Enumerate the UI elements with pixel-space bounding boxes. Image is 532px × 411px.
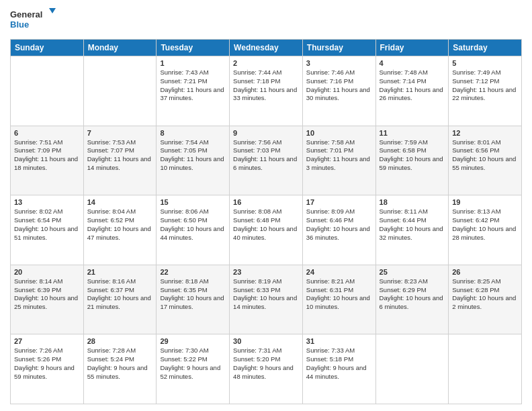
weekday-header-friday: Friday [375,40,449,56]
header: General Blue [10,7,522,34]
day-number: 3 [306,59,372,67]
day-info: Sunrise: 7:46 AMSunset: 7:16 PMDaylight:… [306,68,372,103]
calendar-cell: 8Sunrise: 7:54 AMSunset: 7:05 PMDaylight… [157,126,230,195]
day-number: 10 [306,129,372,137]
logo: General Blue [10,7,57,34]
day-info: Sunrise: 8:14 AMSunset: 6:39 PMDaylight:… [14,277,80,312]
day-info: Sunrise: 8:11 AMSunset: 6:44 PMDaylight:… [380,208,445,242]
weekday-header-thursday: Thursday [302,40,375,56]
day-info: Sunrise: 8:21 AMSunset: 6:31 PMDaylight:… [306,277,372,312]
day-number: 13 [14,198,80,206]
weekday-header-wednesday: Wednesday [230,40,303,56]
calendar-cell: 15Sunrise: 8:06 AMSunset: 6:50 PMDayligh… [157,195,230,265]
svg-text:General: General [10,9,42,19]
day-number: 26 [452,268,518,276]
day-number: 11 [380,129,445,137]
weekday-header-row: SundayMondayTuesdayWednesdayThursdayFrid… [11,40,522,56]
calendar-cell: 12Sunrise: 8:01 AMSunset: 6:56 PMDayligh… [449,126,522,195]
day-info: Sunrise: 7:31 AMSunset: 5:20 PMDaylight:… [233,347,299,381]
calendar-cell: 28Sunrise: 7:28 AMSunset: 5:24 PMDayligh… [83,334,157,404]
day-number: 2 [233,59,299,67]
day-number: 21 [87,268,153,276]
day-number: 31 [306,337,372,345]
calendar-cell: 21Sunrise: 8:16 AMSunset: 6:37 PMDayligh… [83,265,157,334]
calendar-cell: 29Sunrise: 7:30 AMSunset: 5:22 PMDayligh… [157,334,230,404]
day-number: 18 [380,198,445,206]
calendar-cell: 9Sunrise: 7:56 AMSunset: 7:03 PMDaylight… [230,126,303,195]
calendar-cell [11,56,84,126]
day-number: 16 [233,198,299,206]
day-number: 1 [160,59,226,67]
day-info: Sunrise: 8:16 AMSunset: 6:37 PMDaylight:… [87,277,153,312]
day-info: Sunrise: 8:18 AMSunset: 6:35 PMDaylight:… [160,277,226,312]
calendar-week-4: 27Sunrise: 7:26 AMSunset: 5:26 PMDayligh… [11,334,522,404]
day-number: 25 [380,268,445,276]
day-number: 29 [160,337,226,345]
calendar-cell: 23Sunrise: 8:19 AMSunset: 6:33 PMDayligh… [230,265,303,334]
day-number: 14 [87,198,153,206]
calendar-week-2: 13Sunrise: 8:02 AMSunset: 6:54 PMDayligh… [11,195,522,265]
calendar-cell: 16Sunrise: 8:08 AMSunset: 6:48 PMDayligh… [230,195,303,265]
day-number: 9 [233,129,299,137]
day-info: Sunrise: 8:01 AMSunset: 6:56 PMDaylight:… [452,138,518,173]
calendar-cell [375,334,449,404]
weekday-header-monday: Monday [83,40,157,56]
day-info: Sunrise: 7:54 AMSunset: 7:05 PMDaylight:… [160,138,226,173]
day-info: Sunrise: 8:02 AMSunset: 6:54 PMDaylight:… [14,208,80,242]
day-info: Sunrise: 8:13 AMSunset: 6:42 PMDaylight:… [452,208,518,242]
day-info: Sunrise: 8:23 AMSunset: 6:29 PMDaylight:… [380,277,445,312]
calendar-cell [449,334,522,404]
day-info: Sunrise: 7:28 AMSunset: 5:24 PMDaylight:… [87,347,153,381]
calendar-cell: 3Sunrise: 7:46 AMSunset: 7:16 PMDaylight… [302,56,375,126]
day-info: Sunrise: 8:06 AMSunset: 6:50 PMDaylight:… [160,208,226,242]
logo-svg: General Blue [10,7,57,34]
day-number: 20 [14,268,80,276]
day-number: 28 [87,337,153,345]
day-number: 24 [306,268,372,276]
day-number: 15 [160,198,226,206]
calendar-cell: 11Sunrise: 7:59 AMSunset: 6:58 PMDayligh… [375,126,449,195]
day-info: Sunrise: 8:04 AMSunset: 6:52 PMDaylight:… [87,208,153,242]
day-number: 17 [306,198,372,206]
calendar-cell: 25Sunrise: 8:23 AMSunset: 6:29 PMDayligh… [375,265,449,334]
calendar-cell: 4Sunrise: 7:48 AMSunset: 7:14 PMDaylight… [375,56,449,126]
day-number: 6 [14,129,80,137]
calendar-cell: 7Sunrise: 7:53 AMSunset: 7:07 PMDaylight… [83,126,157,195]
calendar-cell: 14Sunrise: 8:04 AMSunset: 6:52 PMDayligh… [83,195,157,265]
day-info: Sunrise: 7:53 AMSunset: 7:07 PMDaylight:… [87,138,153,173]
calendar-cell: 24Sunrise: 8:21 AMSunset: 6:31 PMDayligh… [302,265,375,334]
day-info: Sunrise: 7:26 AMSunset: 5:26 PMDaylight:… [14,347,80,381]
calendar-cell: 31Sunrise: 7:33 AMSunset: 5:18 PMDayligh… [302,334,375,404]
day-info: Sunrise: 7:58 AMSunset: 7:01 PMDaylight:… [306,138,372,173]
day-number: 4 [380,59,445,67]
calendar-week-3: 20Sunrise: 8:14 AMSunset: 6:39 PMDayligh… [11,265,522,334]
day-info: Sunrise: 7:44 AMSunset: 7:18 PMDaylight:… [233,68,299,103]
day-info: Sunrise: 8:08 AMSunset: 6:48 PMDaylight:… [233,208,299,242]
day-number: 8 [160,129,226,137]
day-number: 27 [14,337,80,345]
calendar-cell: 5Sunrise: 7:49 AMSunset: 7:12 PMDaylight… [449,56,522,126]
svg-text:Blue: Blue [10,19,29,30]
day-number: 23 [233,268,299,276]
calendar-cell: 2Sunrise: 7:44 AMSunset: 7:18 PMDaylight… [230,56,303,126]
calendar-table: SundayMondayTuesdayWednesdayThursdayFrid… [10,39,522,404]
day-info: Sunrise: 7:30 AMSunset: 5:22 PMDaylight:… [160,347,226,381]
weekday-header-sunday: Sunday [11,40,84,56]
day-number: 19 [452,198,518,206]
calendar-cell: 30Sunrise: 7:31 AMSunset: 5:20 PMDayligh… [230,334,303,404]
day-number: 22 [160,268,226,276]
day-info: Sunrise: 7:43 AMSunset: 7:21 PMDaylight:… [160,68,226,103]
day-number: 12 [452,129,518,137]
calendar-cell: 18Sunrise: 8:11 AMSunset: 6:44 PMDayligh… [375,195,449,265]
calendar-cell [83,56,157,126]
calendar-cell: 22Sunrise: 8:18 AMSunset: 6:35 PMDayligh… [157,265,230,334]
day-info: Sunrise: 7:33 AMSunset: 5:18 PMDaylight:… [306,347,372,381]
day-info: Sunrise: 8:19 AMSunset: 6:33 PMDaylight:… [233,277,299,312]
calendar-cell: 20Sunrise: 8:14 AMSunset: 6:39 PMDayligh… [11,265,84,334]
weekday-header-tuesday: Tuesday [157,40,230,56]
weekday-header-saturday: Saturday [449,40,522,56]
calendar-cell: 1Sunrise: 7:43 AMSunset: 7:21 PMDaylight… [157,56,230,126]
calendar-cell: 17Sunrise: 8:09 AMSunset: 6:46 PMDayligh… [302,195,375,265]
svg-marker-2 [49,8,56,13]
day-info: Sunrise: 7:59 AMSunset: 6:58 PMDaylight:… [380,138,445,173]
